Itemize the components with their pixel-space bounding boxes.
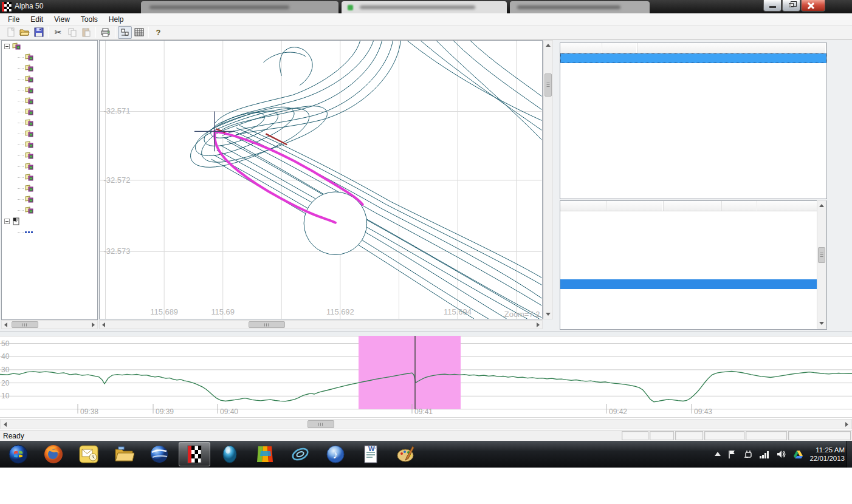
time-table-row[interactable] xyxy=(560,308,826,318)
selected-run-band[interactable] xyxy=(359,336,461,409)
scroll-right-arrow[interactable] xyxy=(92,322,95,327)
tree-item-1-sec[interactable] xyxy=(2,128,97,139)
tree-item-tomski-83200182[interactable] xyxy=(2,226,97,237)
tree-item-[interactable] xyxy=(2,117,97,128)
scroll-down-arrow[interactable] xyxy=(546,313,551,316)
map-vertical-scrollbar[interactable] xyxy=(543,40,553,319)
close-button[interactable] xyxy=(801,0,825,12)
scroll-thumb[interactable] xyxy=(249,321,285,328)
menu-item-file[interactable]: File xyxy=(2,14,25,25)
time-table-row[interactable] xyxy=(560,318,826,328)
tree-item-250-m[interactable] xyxy=(2,161,97,172)
scroll-up-arrow[interactable] xyxy=(819,204,824,207)
view-panes-button[interactable] xyxy=(118,26,132,39)
tree-item-track-files[interactable] xyxy=(2,216,97,226)
open-button[interactable] xyxy=(18,26,32,39)
division-table-column-header[interactable] xyxy=(602,43,637,53)
window-titlebar[interactable]: Alpha 50 xyxy=(0,0,852,13)
hidden-icons-button[interactable] xyxy=(714,451,721,457)
speed-graph[interactable]: 102030405009:3809:3909:4009:4109:4209:43 xyxy=(0,336,852,418)
menu-item-view[interactable]: View xyxy=(49,14,75,25)
tree-item-5-sec[interactable] xyxy=(2,139,97,150)
scroll-left-arrow[interactable] xyxy=(4,422,7,427)
time-table-row[interactable] xyxy=(560,270,826,279)
print-button[interactable] xyxy=(98,26,112,39)
division-table-row[interactable] xyxy=(560,92,826,102)
tree-item-alpha-65[interactable] xyxy=(2,205,97,216)
division-table-row-selected[interactable] xyxy=(560,53,826,63)
map-horizontal-scrollbar[interactable] xyxy=(99,320,543,329)
paste-button[interactable] xyxy=(79,26,93,39)
minimize-button[interactable] xyxy=(763,0,782,12)
tree-item-nautical-mile[interactable] xyxy=(2,106,97,117)
taskbar-icon-itunes[interactable]: ♪ xyxy=(320,442,351,466)
save-button[interactable] xyxy=(32,26,46,39)
menu-item-help[interactable]: Help xyxy=(103,14,129,25)
taskbar-icon-blue-orb[interactable] xyxy=(214,442,246,466)
time-table-row[interactable] xyxy=(560,299,826,308)
tree-expander-minus[interactable] xyxy=(4,44,10,49)
track-map-panel[interactable]: -32.571-32.572-32.573115.689115.69115.69… xyxy=(99,40,543,319)
copy-button[interactable] xyxy=(65,26,79,39)
tree-item-1-hour[interactable] xyxy=(2,84,97,95)
menu-item-tools[interactable]: Tools xyxy=(75,14,103,25)
volume-icon[interactable] xyxy=(776,449,787,459)
new-button[interactable] xyxy=(4,26,18,39)
taskbar-icon-firefox[interactable] xyxy=(38,442,69,466)
time-table-row[interactable] xyxy=(560,231,826,240)
show-desktop-button[interactable] xyxy=(847,441,852,468)
menu-item-edit[interactable]: Edit xyxy=(25,14,49,25)
tree-item-100-m[interactable] xyxy=(2,150,97,161)
table-vertical-scrollbar[interactable] xyxy=(817,200,826,329)
horizontal-splitter[interactable] xyxy=(0,331,852,336)
time-table-column-header[interactable] xyxy=(664,201,722,211)
taskbar-icon-speed-app[interactable] xyxy=(179,442,210,466)
time-table-row[interactable] xyxy=(560,221,826,231)
taskbar-icon-google-earth[interactable] xyxy=(143,442,175,466)
restore-button[interactable] xyxy=(782,0,800,12)
time-table-row[interactable] xyxy=(560,260,826,270)
scroll-thumb[interactable] xyxy=(12,321,38,328)
scroll-right-arrow[interactable] xyxy=(845,422,848,427)
scroll-thumb[interactable] xyxy=(307,420,334,428)
taskbar-icon-nero[interactable] xyxy=(284,442,316,466)
taskbar-icon-explorer[interactable] xyxy=(108,442,140,466)
taskbar-icon-start-orb[interactable] xyxy=(2,442,34,466)
tree-item-alpha-50[interactable] xyxy=(2,95,97,106)
tree-item-alpha-60[interactable] xyxy=(2,194,97,205)
scroll-thumb[interactable] xyxy=(818,247,825,263)
view-grid-button[interactable] xyxy=(132,26,146,39)
time-table-column-header[interactable] xyxy=(560,201,607,211)
google-drive-icon[interactable] xyxy=(793,450,803,459)
scroll-thumb[interactable] xyxy=(545,73,552,97)
scroll-left-arrow[interactable] xyxy=(4,322,7,327)
tree-item-10-sec[interactable] xyxy=(2,73,97,84)
taskbar-icon-paint[interactable] xyxy=(390,442,422,466)
clock[interactable]: 11:25 AM 22/01/2013 xyxy=(809,446,845,463)
division-table-row[interactable] xyxy=(560,83,826,92)
tree-item-divisions[interactable] xyxy=(2,41,97,52)
scroll-down-arrow[interactable] xyxy=(819,322,824,325)
division-table-row[interactable] xyxy=(560,73,826,83)
division-table-column-header[interactable] xyxy=(560,43,602,53)
tree-item-2-sec[interactable] xyxy=(2,52,97,63)
tree-horizontal-scrollbar[interactable] xyxy=(1,320,98,329)
time-table-row[interactable] xyxy=(560,250,826,260)
taskbar-icon-word[interactable]: W xyxy=(355,442,386,466)
time-table-row[interactable] xyxy=(560,211,826,221)
cut-button[interactable]: ✂ xyxy=(51,26,65,39)
graph-horizontal-scrollbar[interactable] xyxy=(0,419,852,429)
taskbar-icon-outlook[interactable] xyxy=(73,442,105,466)
scroll-right-arrow[interactable] xyxy=(537,322,540,327)
tree-item-500-m[interactable] xyxy=(2,172,97,183)
scroll-left-arrow[interactable] xyxy=(102,322,105,327)
taskbar-icon-avg[interactable] xyxy=(249,442,281,466)
tree-item-5-x-10[interactable] xyxy=(2,63,97,73)
tree-item-alpha-55[interactable] xyxy=(2,183,97,194)
scroll-up-arrow[interactable] xyxy=(546,44,551,47)
time-table-row-selected[interactable] xyxy=(560,279,826,289)
network-signal-icon[interactable] xyxy=(759,450,770,458)
division-table-row[interactable] xyxy=(560,63,826,73)
time-table-column-header[interactable] xyxy=(607,201,664,211)
tree-expander-minus[interactable] xyxy=(4,219,10,224)
